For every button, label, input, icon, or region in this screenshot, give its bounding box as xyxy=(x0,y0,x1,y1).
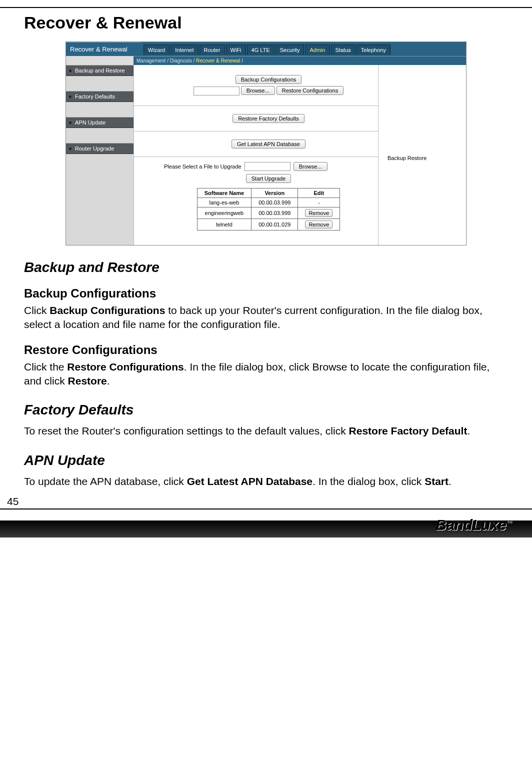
table-header: Edit xyxy=(298,188,340,198)
upgrade-file-label: Please Select a File to Upgrade xyxy=(164,164,242,170)
page-footer: 45 BandLuxe™ xyxy=(0,508,532,538)
tab-telephony[interactable]: Telephony xyxy=(356,44,390,55)
cell-name: lang-es-web xyxy=(197,198,251,208)
page-title: Recover & Renewal xyxy=(24,13,508,32)
restore-factory-defaults-button[interactable]: Restore Factory Defaults xyxy=(232,114,304,123)
sidebar-item-apn-update[interactable]: APN Update xyxy=(66,117,134,128)
cell-version: 00.00.03.999 xyxy=(252,198,298,208)
table-row: engineeringweb00.00.03.999Remove xyxy=(197,208,340,219)
table-header: Software Name xyxy=(197,188,251,198)
paragraph: To update the APN database, click Get La… xyxy=(24,474,508,488)
section-heading: Backup and Restore xyxy=(24,260,508,276)
tab-wifi[interactable]: WiFi xyxy=(226,44,246,55)
sidebar-item-backup-and-restore[interactable]: Backup and Restore xyxy=(66,65,134,76)
cell-edit: - xyxy=(298,198,340,208)
cell-version: 00.00.01.029 xyxy=(252,219,298,230)
restore-file-input[interactable] xyxy=(194,86,240,96)
paragraph: Click Backup Configurations to back up y… xyxy=(24,304,508,332)
remove-button[interactable]: Remove xyxy=(305,220,332,228)
tab-security[interactable]: Security xyxy=(276,44,304,55)
sub-heading: Backup Configurations xyxy=(24,286,508,300)
upgrade-file-input[interactable] xyxy=(244,162,290,171)
tab-router[interactable]: Router xyxy=(200,44,225,55)
tab-internet[interactable]: Internet xyxy=(170,44,198,55)
breadcrumb-item[interactable]: Diagnosis xyxy=(170,58,192,64)
start-upgrade-button[interactable]: Start Upgrade xyxy=(246,174,291,183)
right-panel-label: Backup Restore xyxy=(388,155,426,161)
paragraph: Click the Restore Configurations. In the… xyxy=(24,360,508,388)
software-table: Software NameVersionEditlang-es-web00.00… xyxy=(197,188,340,230)
backup-configurations-button[interactable]: Backup Configurations xyxy=(236,75,302,84)
cell-name: telnetd xyxy=(197,219,251,230)
upgrade-browse-button[interactable]: Browse... xyxy=(294,162,328,171)
cell-version: 00.00.03.999 xyxy=(252,208,298,219)
restore-configurations-button[interactable]: Restore Configurations xyxy=(276,86,344,95)
sidebar-item-router-upgrade[interactable]: Router Upgrade xyxy=(66,143,134,154)
remove-button[interactable]: Remove xyxy=(305,209,332,217)
router-sidebar: Backup and RestoreFactory DefaultsAPN Up… xyxy=(66,65,134,245)
router-section-title: Recover & Renewal xyxy=(66,42,142,56)
table-row: lang-es-web00.00.03.999- xyxy=(197,198,340,208)
page-number: 45 xyxy=(7,496,18,508)
tab-status[interactable]: Status xyxy=(331,44,356,55)
router-tabs: WizardInternetRouterWiFi4G LTESecurityAd… xyxy=(142,42,466,56)
cell-name: engineeringweb xyxy=(197,208,251,219)
breadcrumb: Management / Diagnosis / Recover & Renew… xyxy=(134,56,466,65)
tab-admin[interactable]: Admin xyxy=(305,44,330,55)
tab-wizard[interactable]: Wizard xyxy=(144,44,170,55)
section-heading: Factory Defaults xyxy=(24,402,508,418)
cell-edit: Remove xyxy=(298,208,340,219)
sub-heading: Restore Configurations xyxy=(24,343,508,357)
tab-4g-lte[interactable]: 4G LTE xyxy=(247,44,274,55)
section-heading: APN Update xyxy=(24,452,508,468)
table-row: telnetd00.00.01.029Remove xyxy=(197,219,340,230)
cell-edit: Remove xyxy=(298,219,340,230)
sidebar-item-factory-defaults[interactable]: Factory Defaults xyxy=(66,91,134,102)
table-header: Version xyxy=(252,188,298,198)
browse-button[interactable]: Browse... xyxy=(241,86,275,95)
get-latest-apn-button[interactable]: Get Latest APN Database xyxy=(232,140,306,148)
brand-logo: BandLuxe™ xyxy=(436,516,512,534)
breadcrumb-item[interactable]: Management xyxy=(136,58,166,64)
breadcrumb-item[interactable]: Recover & Renewal xyxy=(196,58,240,64)
paragraph: To reset the Router's configuration sett… xyxy=(24,424,508,438)
router-ui-screenshot: Recover & Renewal WizardInternetRouterWi… xyxy=(66,42,466,246)
